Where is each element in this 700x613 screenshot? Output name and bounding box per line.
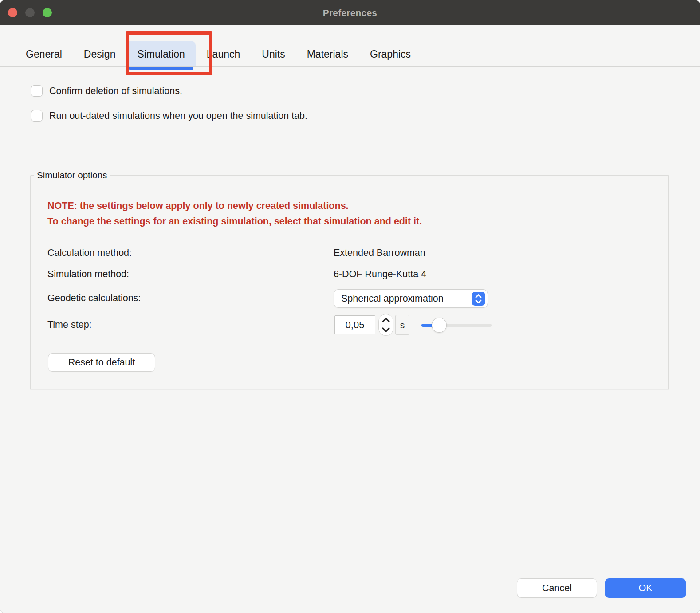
note-line-1: NOTE: the settings below apply only to n… (47, 200, 349, 212)
traffic-lights (8, 0, 52, 25)
time-step-input[interactable] (334, 315, 375, 334)
confirm-deletion-checkbox[interactable] (31, 85, 43, 97)
title-bar: Preferences (0, 0, 700, 25)
zoom-button[interactable] (43, 8, 52, 17)
tab-bar-rule (0, 66, 700, 67)
note-line-2: To change the settings for an existing s… (47, 216, 422, 227)
spinner-up-icon[interactable] (381, 317, 390, 323)
tab-materials[interactable]: Materials (296, 41, 359, 67)
preferences-window: Preferences General Design Simulation La… (0, 0, 700, 613)
time-step-label: Time step: (47, 319, 92, 330)
confirm-deletion-row: Confirm deletion of simulations. (31, 85, 182, 97)
ok-button[interactable]: OK (605, 578, 686, 598)
tab-simulation[interactable]: Simulation (126, 41, 195, 67)
time-step-slider[interactable] (421, 321, 492, 330)
slider-thumb[interactable] (432, 318, 447, 333)
tab-design[interactable]: Design (73, 41, 126, 67)
group-title: Simulator options (34, 170, 110, 181)
geodetic-calculations-label: Geodetic calculations: (47, 293, 141, 304)
geodetic-selected-value: Spherical approximation (341, 293, 472, 304)
minimize-button (25, 8, 35, 17)
calculation-method-label: Calculation method: (47, 248, 132, 259)
time-step-spinner[interactable] (378, 314, 393, 336)
tab-units[interactable]: Units (251, 41, 295, 67)
geodetic-calculations-select[interactable]: Spherical approximation (334, 289, 488, 308)
tab-launch[interactable]: Launch (196, 41, 251, 67)
tab-general[interactable]: General (15, 41, 73, 67)
tab-bar: General Design Simulation Launch Units M… (0, 25, 700, 67)
tab-graphics[interactable]: Graphics (359, 41, 421, 67)
reset-to-default-button[interactable]: Reset to default (48, 353, 155, 372)
simulator-options-group: Simulator options NOTE: the settings bel… (30, 175, 669, 389)
simulation-method-value: 6-DOF Runge-Kutta 4 (334, 269, 426, 280)
close-button[interactable] (8, 8, 17, 17)
confirm-deletion-label: Confirm deletion of simulations. (49, 86, 182, 97)
run-outdated-row: Run out-dated simulations when you open … (31, 110, 307, 122)
run-outdated-checkbox[interactable] (31, 110, 43, 122)
popup-updown-icon (472, 292, 485, 306)
simulation-method-label: Simulation method: (47, 269, 129, 280)
run-outdated-label: Run out-dated simulations when you open … (49, 110, 307, 122)
window-title: Preferences (323, 8, 377, 18)
calculation-method-value: Extended Barrowman (334, 248, 425, 259)
time-step-unit: s (395, 315, 409, 335)
cancel-button[interactable]: Cancel (517, 578, 597, 598)
spinner-down-icon[interactable] (381, 327, 390, 333)
